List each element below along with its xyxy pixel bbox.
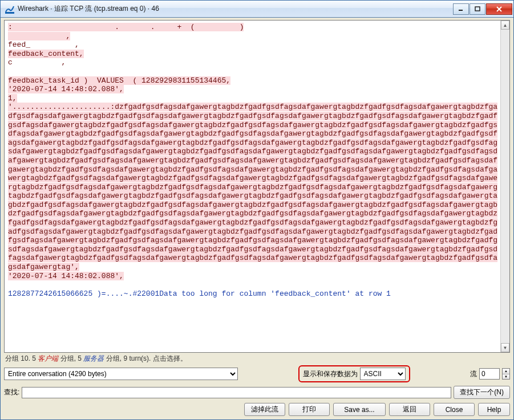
window-controls <box>452 3 512 15</box>
info-mid: 分组, 5 <box>58 354 83 362</box>
svg-rect-2 <box>475 7 480 11</box>
stream-line: : . . + ( ) <box>8 23 244 31</box>
print-button[interactable]: 打印 <box>289 403 330 416</box>
stream-line: feed_ , <box>8 40 79 49</box>
conversation-select[interactable]: Entire conversation (4290 bytes) <box>4 368 238 380</box>
filter-out-stream-button[interactable]: 滤掉此流 <box>244 403 285 416</box>
stream-label: 流 <box>470 369 477 379</box>
display-save-label2: 据为 <box>344 369 358 379</box>
stream-line: '2020-07-14 14:48:02.088', <box>8 272 124 280</box>
window-frame: Wireshark · 追踪 TCP 流 (tcp.stream eq 0) ·… <box>0 0 514 420</box>
stream-line: , <box>8 32 70 40</box>
find-input[interactable] <box>22 387 451 398</box>
stream-spinner[interactable]: ▲▼ <box>502 368 510 380</box>
stream-line: feedback_task_id ) VALUES ( 128292983115… <box>8 76 230 85</box>
stream-line: 1, <box>8 94 17 103</box>
wireshark-icon <box>5 5 14 14</box>
find-strip: 查找: 查找下一个(N) <box>4 384 510 401</box>
button-row: 滤掉此流 打印 Save as... 返回 Close Help <box>4 401 510 416</box>
client-area: : . . + ( ) , feed_ , feedback_content, … <box>1 18 513 419</box>
scroll-up-button[interactable]: ▲ <box>501 21 509 30</box>
close-window-button[interactable] <box>486 3 512 15</box>
info-client-word: 客户端 <box>38 354 58 362</box>
find-label: 查找: <box>4 388 19 397</box>
spin-up-icon[interactable]: ▲ <box>503 369 509 374</box>
scroll-down-button[interactable]: ▼ <box>501 343 509 352</box>
packet-info-line[interactable]: 分组 10. 5 客户端 分组, 5 服务器 分组, 9 turn(s). 点击… <box>4 353 510 364</box>
stream-number-input[interactable] <box>479 368 500 380</box>
conversation-strip: Entire conversation (4290 bytes) 显示和保存数 … <box>4 364 510 384</box>
spin-down-icon[interactable]: ▼ <box>503 374 509 380</box>
save-as-button[interactable]: Save as... <box>333 403 386 416</box>
back-button[interactable]: 返回 <box>389 403 430 416</box>
window-title: Wireshark · 追踪 TCP 流 (tcp.stream eq 0) ·… <box>18 4 452 14</box>
format-select[interactable]: ASCII <box>360 368 406 380</box>
info-suffix: 分组, 9 turn(s). 点击选择。 <box>104 354 187 362</box>
stream-line: c , <box>8 58 66 67</box>
highlight-annotation: 显示和保存数 据为 ASCII <box>298 365 410 382</box>
maximize-button[interactable] <box>470 3 485 15</box>
svg-rect-0 <box>5 12 14 14</box>
minimize-button[interactable] <box>453 3 469 15</box>
stream-line: feedback_content, <box>8 50 84 58</box>
stream-frame: : . . + ( ) , feed_ , feedback_content, … <box>4 20 510 353</box>
find-next-button[interactable]: 查找下一个(N) <box>454 386 510 399</box>
help-button[interactable]: Help <box>478 403 510 416</box>
info-server-word: 服务器 <box>83 354 104 362</box>
titlebar[interactable]: Wireshark · 追踪 TCP 流 (tcp.stream eq 0) ·… <box>1 1 513 18</box>
stream-line: '2020-07-14 14:48:02.088', <box>8 85 124 93</box>
server-response-line: 1282877242615066625 )=....~.#22001Data t… <box>8 289 391 298</box>
scroll-track[interactable] <box>501 30 509 343</box>
tcp-stream-content[interactable]: : . . + ( ) , feed_ , feedback_content, … <box>5 21 500 352</box>
close-button[interactable]: Close <box>434 403 475 416</box>
info-prefix: 分组 10. 5 <box>5 354 38 362</box>
vertical-scrollbar[interactable]: ▲ ▼ <box>500 21 509 352</box>
stream-bigtext: '......................:dzfgadfgsdfagsda… <box>8 103 497 271</box>
display-save-label: 显示和保存数 <box>303 369 344 379</box>
